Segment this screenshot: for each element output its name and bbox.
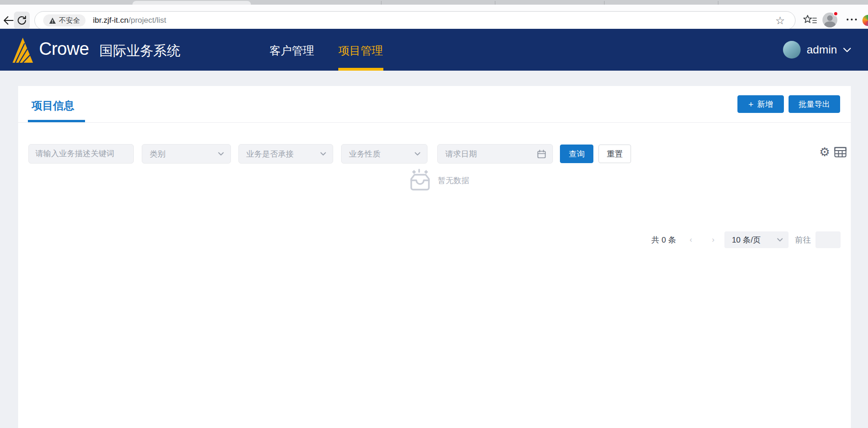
active-nav-underline [338,68,383,71]
divider [18,122,851,123]
chevron-down-icon [414,152,421,156]
tab-project-info[interactable]: 项目信息 [32,99,74,113]
request-date-picker[interactable]: 请求日期 [437,144,553,164]
notification-dot [833,11,838,16]
page-size-select[interactable]: 10 条/页 [724,231,789,248]
reset-button-label: 重置 [607,149,623,159]
reset-button[interactable]: 重置 [598,145,631,163]
settings-gear-icon[interactable]: ⚙ [819,146,830,158]
table-tools: ⚙ [819,146,847,158]
empty-state: 暂无数据 [407,169,469,192]
chevron-down-icon [843,47,851,53]
next-page-icon[interactable]: › [709,235,718,244]
refresh-icon[interactable] [14,12,30,29]
brand-name: Crowe [39,39,89,59]
batch-export-label: 批量导出 [799,99,830,110]
category-select[interactable]: 类别 [142,144,231,164]
security-badge-label: 不安全 [59,16,80,25]
prev-page-icon[interactable]: ‹ [686,235,696,244]
search-button-label: 查询 [569,149,585,159]
sidebar-app-icon[interactable] [862,15,868,26]
browser-tab-strip[interactable] [0,0,868,5]
system-name: 国际业务系统 [99,42,180,60]
undertake-select[interactable]: 业务是否承接 [238,144,333,164]
warning-icon [49,17,56,24]
user-name: admin [807,43,837,56]
browser-menu-icon[interactable] [847,19,857,20]
active-tab[interactable] [132,1,251,5]
url-text[interactable]: ibr.zjf-it.cn/project/list [93,16,166,25]
keyword-search-input[interactable] [29,145,133,163]
bookmark-star-icon[interactable]: ☆ [775,14,785,27]
app-navbar: Crowe 国际业务系统 客户管理 项目管理 admin [0,29,868,71]
goto-page-label: 前往 [795,235,811,245]
security-badge[interactable]: 不安全 [43,14,85,26]
favorites-icon[interactable] [803,14,817,27]
browser-profile-button[interactable] [822,13,837,27]
browser-toolbar: 不安全 ibr.zjf-it.cn/project/list ☆ [0,5,868,29]
add-button-label: 新增 [757,99,773,110]
content-card: 项目信息 + 新增 批量导出 类别 业务是否承接 业务性质 请求日期 [18,86,851,428]
chevron-down-icon [218,152,224,156]
goto-page-input[interactable] [815,231,841,248]
back-icon[interactable] [1,13,15,27]
chevron-down-icon [777,238,783,242]
crowe-logo-icon [12,36,34,65]
pagination: 共 0 条 ‹ › 10 条/页 前往 [651,231,841,248]
batch-export-button[interactable]: 批量导出 [789,95,840,113]
table-columns-icon[interactable] [834,146,847,158]
address-bar[interactable]: 不安全 ibr.zjf-it.cn/project/list ☆ [34,11,796,30]
empty-box-icon [407,169,434,192]
chevron-down-icon [320,152,326,156]
calendar-icon [537,150,546,158]
search-button[interactable]: 查询 [560,145,593,163]
nav-item-customer-management[interactable]: 客户管理 [270,43,314,58]
empty-state-text: 暂无数据 [438,175,469,186]
undertake-select-label: 业务是否承接 [246,149,294,159]
nav-item-project-management[interactable]: 项目管理 [338,43,383,58]
user-avatar [783,41,801,59]
total-count: 共 0 条 [651,235,676,245]
request-date-label: 请求日期 [445,149,477,159]
user-menu[interactable]: admin [783,41,851,59]
browser-window: 不安全 ibr.zjf-it.cn/project/list ☆ Crowe [0,0,868,428]
url-host: ibr.zjf-it.cn [93,16,129,25]
business-nature-select-label: 业务性质 [349,149,381,159]
add-button[interactable]: + 新增 [737,95,784,113]
page-size-label: 10 条/页 [732,235,761,245]
business-nature-select[interactable]: 业务性质 [341,144,427,164]
url-path: /project/list [129,16,166,25]
category-select-label: 类别 [150,149,165,159]
keyword-search-field [28,144,134,164]
plus-icon: + [748,100,753,109]
